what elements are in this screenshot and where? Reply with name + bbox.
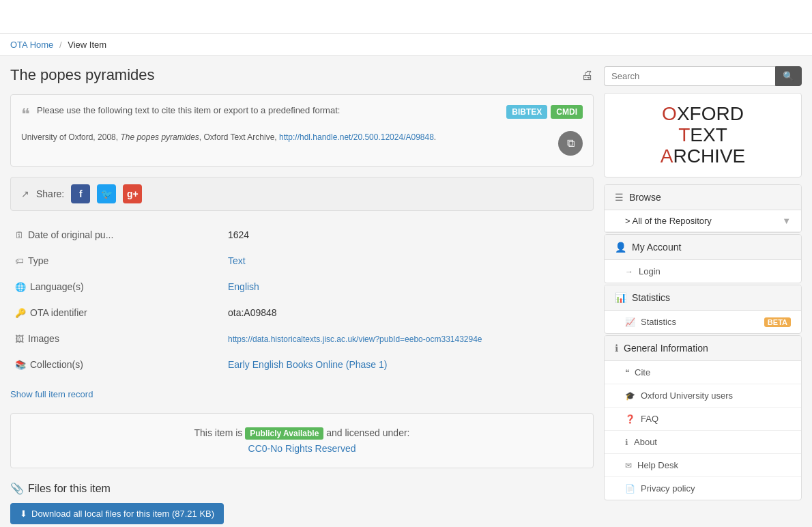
- meta-link[interactable]: https://data.historicaltexts.jisc.ac.uk/…: [228, 334, 482, 344]
- meta-label: 🖼 Images: [12, 326, 162, 351]
- meta-label: 🌐 Language(s): [12, 274, 162, 299]
- login-label: Login: [639, 266, 661, 276]
- meta-value: English: [224, 274, 592, 299]
- statistics-panel: 📊 Statistics 📈 Statistics BETA: [604, 285, 802, 334]
- metadata-row: 🗓 Date of original pu...1624: [12, 223, 592, 247]
- meta-icon: 🖼: [15, 334, 24, 344]
- meta-icon: 🔑: [15, 308, 26, 318]
- cite-ref-mid: , Oxford Text Archive,: [199, 132, 279, 142]
- search-bar: 🔍: [604, 66, 802, 86]
- browse-dropdown[interactable]: > All of the Repository ▼: [605, 210, 801, 232]
- general-item-label: FAQ: [641, 414, 658, 424]
- breadcrumb-home[interactable]: OTA Home: [10, 40, 53, 50]
- general-item-icon: ❓: [625, 414, 635, 424]
- sidebar: 🔍 OXFORD TEXT ARCHIVE ☰ Browse > All of …: [604, 66, 802, 524]
- license-prefix: This item is: [194, 427, 243, 438]
- metadata-row: 🔑 OTA identifierota:A09848: [12, 300, 592, 325]
- page-layout: The popes pyramides 🖨 ❝ Please use the f…: [0, 56, 812, 527]
- meta-icon: 🌐: [15, 282, 26, 292]
- breadcrumb-sep: /: [59, 40, 62, 50]
- general-item-label: About: [634, 437, 657, 447]
- login-item[interactable]: → Login: [605, 260, 801, 283]
- meta-label: 📚 Collection(s): [12, 352, 162, 377]
- metadata-row: 🖼 Imageshttps://data.historicaltexts.jis…: [12, 326, 592, 351]
- general-panel: ℹ General Information ❝Cite🎓Oxford Unive…: [604, 335, 802, 500]
- stats-chart-icon: 📈: [625, 317, 635, 327]
- metadata-row: 📚 Collection(s)Early English Books Onlin…: [12, 352, 592, 377]
- statistics-item[interactable]: 📈 Statistics BETA: [605, 311, 801, 333]
- statistics-item-label: Statistics: [641, 317, 676, 327]
- cite-buttons: BIBTEX CMDI: [506, 105, 583, 119]
- download-button[interactable]: ⬇ Download all local files for this item…: [10, 503, 224, 524]
- search-input[interactable]: [604, 66, 775, 86]
- print-icon[interactable]: 🖨: [581, 68, 594, 83]
- meta-label: 🗓 Date of original pu...: [12, 223, 162, 247]
- meta-icon: 🗓: [15, 230, 24, 240]
- files-icon: 📎: [10, 482, 24, 495]
- top-nav: [0, 0, 812, 34]
- cite-ref-url[interactable]: http://hdl.handle.net/20.500.12024/A0984…: [279, 132, 434, 142]
- browse-dropdown-label: > All of the Repository: [625, 216, 712, 226]
- cite-ref-prefix: University of Oxford, 2008,: [21, 132, 120, 142]
- general-item-icon: ℹ: [625, 438, 628, 447]
- metadata-table: 🗓 Date of original pu...1624🏷 TypeText🌐 …: [10, 221, 594, 378]
- cite-copy-button[interactable]: ⧉: [558, 131, 583, 156]
- beta-badge: BETA: [764, 317, 791, 327]
- meta-link[interactable]: Early English Books Online (Phase 1): [228, 359, 387, 370]
- logo-xford: XFORD: [677, 103, 744, 124]
- license-box: This item is Publicly Available and lice…: [10, 413, 594, 468]
- breadcrumb-current: View Item: [68, 40, 106, 50]
- general-item-label: Cite: [635, 367, 650, 378]
- meta-link[interactable]: English: [228, 281, 259, 292]
- general-header[interactable]: ℹ General Information: [605, 336, 801, 361]
- general-item-label: Oxford University users: [641, 390, 733, 401]
- cmdi-button[interactable]: CMDI: [551, 105, 583, 119]
- meta-icon: 🏷: [15, 256, 24, 266]
- files-section-title: 📎 Files for this item: [10, 482, 594, 495]
- twitter-button[interactable]: 🐦: [97, 184, 116, 203]
- googleplus-button[interactable]: g+: [123, 184, 142, 203]
- logo-o: O: [662, 103, 677, 124]
- cite-instruction: Please use the following text to cite th…: [37, 105, 499, 115]
- cite-ref-title: The popes pyramides: [120, 132, 199, 142]
- general-item-icon: ✉: [625, 461, 632, 470]
- share-icon: ↗: [21, 188, 29, 199]
- search-button[interactable]: 🔍: [775, 66, 802, 86]
- page-title: The popes pyramides: [10, 66, 155, 84]
- download-icon: ⬇: [20, 509, 27, 519]
- meta-link[interactable]: Text: [228, 255, 246, 266]
- share-bar: ↗ Share: f 🐦 g+: [10, 177, 594, 211]
- meta-value: Text: [224, 248, 592, 273]
- cite-box: ❝ Please use the following text to cite …: [10, 94, 594, 167]
- files-section: 📎 Files for this item ⬇ Download all loc…: [10, 482, 594, 524]
- meta-value: 1624: [224, 223, 592, 247]
- share-label: Share:: [36, 188, 64, 199]
- general-item-help-desk[interactable]: ✉Help Desk: [605, 454, 801, 477]
- license-link[interactable]: CC0-No Rights Reserved: [25, 443, 579, 454]
- general-item-cite[interactable]: ❝Cite: [605, 361, 801, 384]
- meta-label: 🏷 Type: [12, 248, 162, 273]
- meta-value: Early English Books Online (Phase 1): [224, 352, 592, 377]
- general-item-icon: 🎓: [625, 391, 635, 401]
- show-full-record-link[interactable]: Show full item record: [10, 389, 93, 399]
- facebook-button[interactable]: f: [71, 184, 90, 203]
- account-header[interactable]: 👤 My Account: [605, 235, 801, 260]
- account-label: My Account: [632, 242, 681, 253]
- license-badge: Publicly Available: [245, 427, 323, 440]
- statistics-header[interactable]: 📊 Statistics: [605, 285, 801, 311]
- account-icon: 👤: [615, 242, 626, 253]
- browse-header[interactable]: ☰ Browse: [605, 185, 801, 210]
- logo-a: A: [661, 145, 673, 167]
- general-item-oxford-university-users[interactable]: 🎓Oxford University users: [605, 384, 801, 408]
- cite-box-header: ❝ Please use the following text to cite …: [21, 105, 583, 124]
- statistics-label: Statistics: [632, 292, 670, 303]
- general-item-about[interactable]: ℹAbout: [605, 431, 801, 454]
- general-item-faq[interactable]: ❓FAQ: [605, 408, 801, 431]
- statistics-icon: 📊: [615, 292, 626, 303]
- general-item-privacy-policy[interactable]: 📄Privacy policy: [605, 477, 801, 500]
- general-item-label: Privacy policy: [641, 483, 695, 494]
- browse-panel: ☰ Browse > All of the Repository ▼: [604, 184, 802, 233]
- bibtex-button[interactable]: BIBTEX: [506, 105, 547, 119]
- general-item-label: Help Desk: [637, 460, 678, 470]
- metadata-row: 🌐 Language(s)English: [12, 274, 592, 299]
